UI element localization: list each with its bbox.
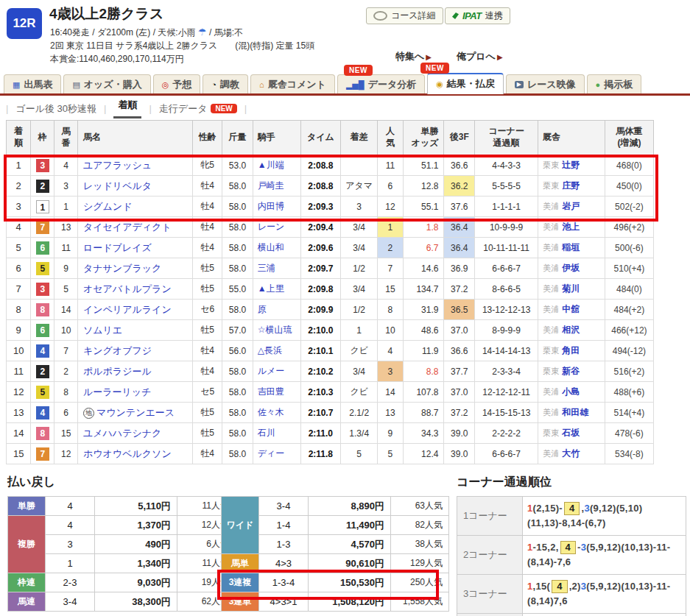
cell-finish-position: 8: [7, 300, 31, 320]
jockey-link[interactable]: 吉田豊: [258, 386, 284, 397]
cell-horse-name: ポルポラジール: [77, 361, 192, 382]
cell-sex-age: セ5: [193, 382, 222, 403]
cell-carried-weight: 58.0: [222, 238, 253, 258]
jockey-link[interactable]: レーン: [258, 222, 285, 232]
horse-link[interactable]: シグムンド: [83, 201, 133, 212]
trainer-link[interactable]: 角田: [562, 345, 580, 355]
cell-sex-age: セ6: [193, 300, 222, 320]
subtab-running-data[interactable]: 走行データ NEW: [159, 102, 237, 116]
trainer-link[interactable]: 相沢: [562, 325, 580, 335]
cell-jockey: ▲上里: [253, 279, 300, 300]
frame-number-badge: 3: [36, 159, 49, 172]
horse-link[interactable]: キングオブフジ: [83, 345, 152, 356]
corner-segment: ,15(: [533, 581, 551, 592]
horse-link[interactable]: ロードブレイズ: [83, 242, 152, 253]
tab-shutsuba[interactable]: ▦出馬表: [4, 74, 61, 93]
cell-frame: 2: [31, 176, 54, 197]
horse-link[interactable]: ユメハハテシナク: [83, 428, 161, 439]
orepro-link[interactable]: 俺プロへ▶: [457, 50, 503, 63]
cell-horse-number: 12: [54, 444, 78, 464]
cell-horse-name: ユメハハテシナク: [77, 423, 192, 444]
jockey-link[interactable]: 三浦: [258, 263, 275, 273]
tab-odds[interactable]: ▤オッズ・購入: [63, 74, 150, 93]
trainer-link[interactable]: 伊坂: [562, 263, 580, 273]
tab-board[interactable]: ●掲示板: [587, 74, 642, 93]
horse-link[interactable]: ソムリエ: [83, 325, 122, 336]
horse-link[interactable]: オセアバトルプラン: [83, 283, 172, 294]
jockey-link[interactable]: 石川: [258, 428, 275, 438]
jockey-link[interactable]: ▲川端: [258, 160, 284, 170]
trainer-link[interactable]: 和田雄: [562, 407, 588, 417]
trainer-link[interactable]: 新谷: [562, 366, 580, 376]
corner-label: 3コーナー: [457, 575, 523, 614]
new-badge: NEW: [420, 63, 449, 74]
corner-segment: 3: [584, 503, 590, 514]
horse-link[interactable]: レッドリベルタ: [83, 180, 152, 191]
cell-stable: 栗東石坂: [538, 423, 605, 444]
orepro-label: 俺プロへ: [457, 51, 496, 62]
cell-last-3f: 36.2: [444, 176, 475, 197]
subtab-finish-order[interactable]: 着順: [113, 99, 141, 118]
tab-video[interactable]: ▶レース映像: [506, 74, 585, 93]
corner-segment: (2,15)-: [533, 503, 563, 514]
cell-horse-name: ユアフラッシュ: [77, 155, 192, 176]
cell-sex-age: 牡5: [193, 258, 222, 279]
tab-result[interactable]: ◉結果・払戻: [427, 73, 504, 94]
horse-link[interactable]: インペリアルライン: [83, 304, 172, 315]
course-detail-button[interactable]: コース詳細: [366, 7, 443, 24]
jockey-link[interactable]: ☆横山琉: [258, 325, 292, 335]
trainer-link[interactable]: 大竹: [562, 448, 580, 459]
trainer-link[interactable]: 辻野: [562, 160, 580, 170]
cell-horse-name: ソムリエ: [77, 320, 192, 341]
jockey-link[interactable]: 佐々木: [258, 407, 284, 417]
jockey-link[interactable]: 原: [258, 304, 267, 314]
results-header-row: 着 順枠馬 番馬名性齢斤量騎手タイム着差人 気単勝 オッズ後3Fコーナー 通過順…: [7, 121, 654, 155]
column-header: 着 順: [7, 121, 31, 155]
tab-label: 掲示板: [604, 78, 633, 91]
payout-table-right: ワイド3-48,890円63人気1-411,490円82人気1-34,570円3…: [221, 496, 449, 612]
trainer-link[interactable]: 稲垣: [562, 242, 580, 252]
horse-link[interactable]: マウンテンエース: [96, 407, 175, 418]
jockey-link[interactable]: 内田博: [258, 201, 284, 211]
cell-horse-number: 11: [54, 238, 78, 258]
horse-link[interactable]: ルーラーリッチ: [83, 386, 152, 397]
horse-link[interactable]: タナサンブラック: [83, 263, 161, 274]
trainer-link[interactable]: 岩戸: [562, 201, 580, 211]
trainer-link[interactable]: 菊川: [562, 283, 580, 294]
rain-umbrella-icon: ☂: [198, 26, 207, 38]
trainer-link[interactable]: 小島: [562, 386, 580, 397]
trainer-link[interactable]: 庄野: [562, 180, 580, 191]
horse-link[interactable]: タイセイアディクト: [83, 222, 172, 233]
horse-link[interactable]: ポルポラジール: [83, 366, 152, 377]
cell-popularity: 7: [378, 258, 403, 279]
cell-popularity: 1: [378, 217, 403, 238]
separator: |: [149, 103, 151, 114]
trainer-link[interactable]: 池上: [562, 222, 580, 232]
payout-amount: 1,508,120円: [309, 592, 391, 612]
payout-row: 枠連2-39,030円19人気: [8, 573, 236, 592]
jockey-link[interactable]: 戸崎圭: [258, 180, 284, 191]
cell-stable: 美浦相沢: [538, 320, 605, 341]
corner-order-text: 1-15,2,4-3(5,9,12)(10,13)-11-(8,14)-7,6: [523, 536, 686, 575]
jockey-link[interactable]: △長浜: [258, 345, 282, 355]
trainer-link[interactable]: 中舘: [562, 304, 580, 314]
tab-yoso[interactable]: ◎予想: [153, 74, 201, 93]
ipat-link-button[interactable]: IPAT 連携: [445, 7, 510, 24]
jockey-link[interactable]: ▲上里: [258, 283, 284, 294]
payout-amount: 150,530円: [309, 573, 391, 592]
jockey-link[interactable]: ルメー: [258, 366, 285, 376]
tab-comment[interactable]: ⌂厩舎コメント: [250, 74, 335, 93]
jockey-link[interactable]: 横山和: [258, 242, 284, 252]
trainer-link[interactable]: 石坂: [562, 428, 580, 438]
tokushu-link[interactable]: 特集へ▶: [395, 50, 432, 63]
tab-chokyo[interactable]: ◔調教: [203, 74, 248, 93]
subtab-running-data-label: 走行データ: [159, 102, 208, 116]
jockey-link[interactable]: ディー: [258, 448, 285, 459]
horse-link[interactable]: ユアフラッシュ: [83, 160, 152, 171]
payout-popularity: 250人気: [391, 573, 449, 592]
horse-link[interactable]: ホウオウベルクソン: [83, 448, 172, 459]
frame-number-badge: 3: [36, 283, 49, 296]
tab-analysis[interactable]: ▂▅█データ分析: [337, 74, 425, 93]
subtab-goal-flash[interactable]: ゴール後 30秒速報: [15, 102, 96, 116]
cell-last-3f: 37.2: [444, 279, 475, 300]
